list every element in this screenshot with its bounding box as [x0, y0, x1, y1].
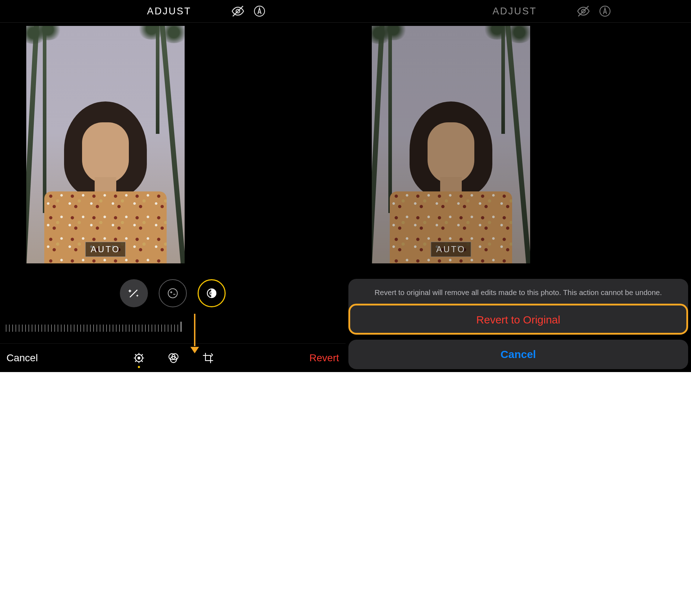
- phone-left: ADJUST: [0, 0, 346, 372]
- stage: ADJUST: [0, 0, 691, 616]
- markup-icon: [598, 4, 612, 18]
- revert-button[interactable]: Revert: [310, 352, 339, 364]
- annotation-arrow: [189, 314, 200, 353]
- top-title: ADJUST: [115, 6, 224, 17]
- svg-line-16: [135, 361, 136, 362]
- top-bar: ADJUST: [0, 0, 346, 23]
- bottom-bar: Cancel: [0, 343, 346, 372]
- auto-badge: AUTO: [85, 242, 126, 257]
- eye-off-icon: [576, 4, 591, 18]
- active-tab-dot: [138, 366, 140, 368]
- cancel-button[interactable]: Cancel: [6, 352, 38, 364]
- top-title: ADJUST: [460, 6, 569, 17]
- phone-right: ADJUST: [346, 0, 691, 372]
- action-sheet-cancel-button[interactable]: Cancel: [348, 340, 688, 369]
- markup-icon[interactable]: [252, 4, 267, 18]
- slider-ticks: [6, 322, 340, 332]
- action-sheet: Revert to original will remove all edits…: [348, 279, 688, 369]
- svg-line-15: [142, 361, 143, 362]
- filters-tab-icon[interactable]: [167, 352, 180, 364]
- adjust-slider[interactable]: [6, 320, 340, 334]
- adjust-tab-icon[interactable]: [132, 352, 145, 364]
- auto-badge: AUTO: [431, 242, 471, 257]
- top-bar: ADJUST: [346, 0, 691, 23]
- photo-preview[interactable]: AUTO: [26, 26, 185, 263]
- exposure-button[interactable]: [159, 279, 187, 307]
- svg-point-3: [168, 289, 177, 298]
- svg-line-17: [142, 354, 143, 355]
- brilliance-button[interactable]: [198, 279, 226, 307]
- svg-point-18: [138, 357, 140, 359]
- adjust-tools-row: [0, 277, 346, 309]
- svg-line-14: [135, 354, 136, 355]
- revert-to-original-button[interactable]: Revert to Original: [356, 305, 681, 335]
- action-sheet-main: Revert to original will remove all edits…: [348, 279, 688, 335]
- photo-preview: AUTO: [372, 26, 530, 263]
- eye-off-icon[interactable]: [231, 4, 245, 18]
- crop-tab-icon[interactable]: [202, 352, 214, 364]
- action-sheet-message: Revert to original will remove all edits…: [356, 285, 681, 305]
- auto-enhance-button[interactable]: [120, 279, 148, 307]
